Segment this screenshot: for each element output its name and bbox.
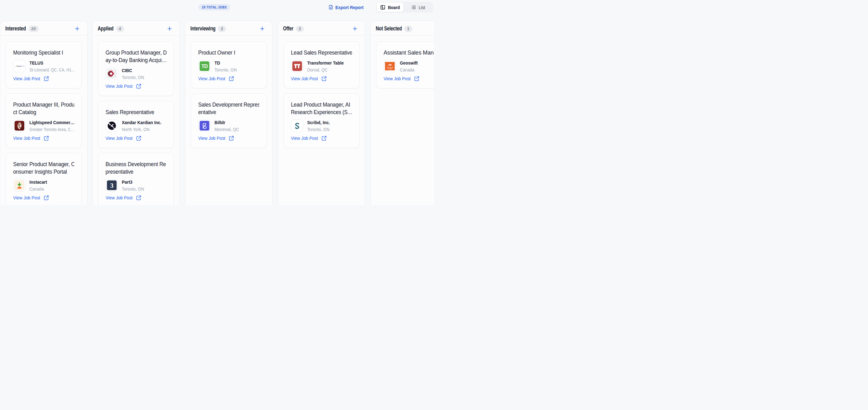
svg-text:Geoswift: Geoswift [387, 67, 393, 69]
svg-text:3: 3 [110, 181, 114, 189]
svg-text:Careers: Careers [22, 65, 24, 67]
svg-text:TELUS: TELUS [17, 65, 22, 67]
svg-text:汇元通: 汇元通 [388, 68, 392, 70]
svg-text:TD: TD [202, 63, 208, 69]
